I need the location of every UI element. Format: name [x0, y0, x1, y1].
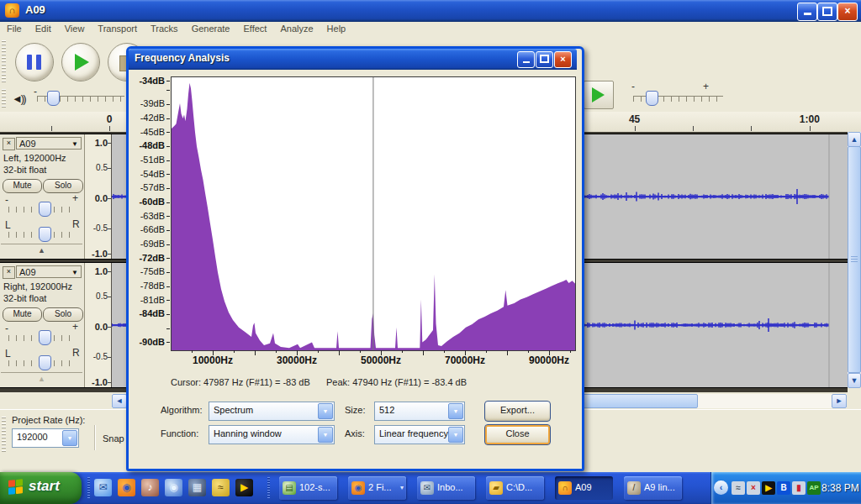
algorithm-select[interactable]: Spectrum ▼: [209, 402, 335, 421]
chevron-down-icon[interactable]: ▼: [318, 403, 333, 419]
chevron-down-icon[interactable]: ▼: [448, 427, 463, 443]
taskbar-button-inbo-[interactable]: ✉Inbo...: [417, 476, 475, 500]
chevron-down-icon[interactable]: ▼: [62, 430, 77, 446]
close-button[interactable]: ×: [837, 3, 858, 21]
menu-effect[interactable]: Effect: [237, 22, 274, 34]
media-player-icon[interactable]: ♪: [141, 479, 159, 496]
app-icon: /: [627, 481, 641, 495]
function-select[interactable]: Hanning window ▼: [209, 425, 335, 444]
ruler-tick: [108, 143, 111, 144]
gain-slider-thumb[interactable]: [39, 202, 51, 217]
ap-app-icon[interactable]: AP: [807, 481, 821, 495]
taskbar-button-a09[interactable]: ∩A09: [555, 476, 613, 500]
tray-arrow-icon[interactable]: ▶: [762, 481, 775, 495]
y-tick: [166, 216, 170, 217]
track-name-menu[interactable]: A09▼: [16, 265, 82, 278]
volume-slider-thumb[interactable]: [47, 91, 60, 106]
play-at-speed-button[interactable]: [584, 81, 614, 109]
app-icon: ∩: [558, 481, 572, 495]
volume-monitor-icon[interactable]: ≈: [732, 481, 745, 495]
scroll-right-button[interactable]: ►: [832, 394, 847, 408]
scroll-left-button[interactable]: ◄: [112, 394, 127, 408]
minimize-button[interactable]: [797, 3, 817, 21]
mixer-grip[interactable]: [2, 89, 6, 109]
taskbar-button-102-s-[interactable]: ▤102-s...: [279, 476, 337, 500]
track-close-button[interactable]: ×: [3, 138, 15, 150]
size-select[interactable]: 512 ▼: [374, 402, 465, 421]
vertical-ruler[interactable]: 1.00.50.0-0.5-1.0: [85, 263, 112, 387]
pan-slider-thumb[interactable]: [39, 355, 51, 370]
frequency-analysis-dialog: Frequency Analysis × -34dB-39dB-42dB-45d…: [126, 46, 584, 471]
network-offline-icon[interactable]: ×: [747, 481, 760, 495]
taskbar-button-2-fi-[interactable]: ◉2 Fi...▾: [348, 476, 406, 500]
menu-tracks[interactable]: Tracks: [144, 22, 185, 34]
battery-icon[interactable]: ▮: [792, 481, 806, 495]
dialog-close-button[interactable]: ×: [554, 51, 572, 68]
speed-plus-label: +: [703, 81, 709, 92]
mute-button[interactable]: Mute: [3, 179, 42, 193]
dialog-minimize-button[interactable]: [517, 51, 535, 68]
pan-slider-thumb[interactable]: [39, 227, 51, 242]
maximize-icon: [540, 55, 549, 63]
ruler-tick: [108, 168, 111, 169]
mail-icon[interactable]: ✉: [94, 479, 112, 496]
audacity-window: ∩ A09 × FileEditViewTransportTracksGener…: [0, 0, 861, 504]
vertical-scroll-thumb[interactable]: [848, 146, 861, 373]
chevron-down-icon: ▾: [400, 484, 404, 491]
ruler-label: 0.5: [96, 163, 108, 172]
y-tick: [166, 202, 170, 203]
gain-slider-thumb[interactable]: [39, 330, 51, 345]
dialog-maximize-button[interactable]: [536, 51, 553, 68]
chevron-down-icon[interactable]: ▼: [318, 427, 333, 443]
axis-select[interactable]: Linear frequency ▼: [374, 425, 465, 444]
speed-slider-thumb[interactable]: [646, 91, 658, 106]
globe-icon[interactable]: ◉: [165, 479, 182, 496]
y-tick-label: -60dB: [129, 197, 165, 207]
taskbar-button-c-d-[interactable]: ▰C:\D...: [486, 476, 544, 500]
menu-analyze[interactable]: Analyze: [273, 22, 320, 34]
x-tick: [318, 350, 319, 353]
menu-transport[interactable]: Transport: [91, 22, 144, 34]
menu-view[interactable]: View: [58, 22, 92, 34]
track-close-button[interactable]: ×: [3, 266, 15, 279]
scroll-up-button[interactable]: ▲: [848, 132, 861, 147]
tray-chevron-button[interactable]: ‹: [714, 480, 728, 495]
taskbar-button-a9-lin-[interactable]: /A9 lin...: [624, 476, 682, 500]
dialog-title-bar[interactable]: Frequency Analysis ×: [129, 49, 577, 70]
y-tick: [166, 132, 170, 133]
vertical-scrollbar[interactable]: ▲ ▼: [848, 132, 861, 387]
menu-help[interactable]: Help: [320, 22, 353, 34]
photo-viewer-icon[interactable]: ▦: [188, 479, 206, 496]
x-tick: [570, 350, 571, 353]
menu-edit[interactable]: Edit: [29, 22, 58, 34]
toolbar-grip[interactable]: [2, 40, 6, 84]
pause-button[interactable]: [15, 43, 54, 81]
x-tick-label: 30000Hz: [277, 354, 317, 366]
project-rate-select[interactable]: 192000 ▼: [12, 428, 79, 448]
solo-button[interactable]: Solo: [43, 307, 83, 322]
launcher-arrow-icon[interactable]: ▶: [235, 479, 253, 496]
y-tick-label: -72dB: [129, 253, 165, 263]
collapse-button[interactable]: ▲: [1, 244, 82, 257]
selection-bar-grip[interactable]: [2, 417, 6, 454]
peak-readout: Peak: 47940 Hz (F#11) = -83.4 dB: [326, 377, 467, 387]
taskbar-button-label: Inbo...: [437, 482, 463, 492]
firefox-icon[interactable]: ◉: [118, 479, 135, 496]
solo-button[interactable]: Solo: [43, 179, 83, 193]
mute-button[interactable]: Mute: [3, 307, 42, 322]
bluetooth-icon[interactable]: B: [777, 481, 790, 495]
collapse-button[interactable]: ▲: [1, 372, 82, 386]
track-name-menu[interactable]: A09▼: [16, 137, 82, 150]
winamp-icon[interactable]: ≈: [212, 479, 230, 496]
spectrum-plot[interactable]: [171, 76, 576, 351]
restore-button[interactable]: [817, 3, 837, 21]
menu-generate[interactable]: Generate: [185, 22, 237, 34]
play-button[interactable]: [61, 43, 100, 81]
chevron-down-icon[interactable]: ▼: [448, 403, 463, 419]
vertical-ruler[interactable]: 1.00.50.0-0.5-1.0: [85, 134, 112, 259]
start-button[interactable]: start: [0, 472, 82, 504]
menu-file[interactable]: File: [0, 22, 29, 34]
scroll-down-button[interactable]: ▼: [848, 373, 861, 388]
export-button[interactable]: Export...: [484, 401, 551, 422]
close-dialog-button[interactable]: Close: [484, 424, 551, 445]
